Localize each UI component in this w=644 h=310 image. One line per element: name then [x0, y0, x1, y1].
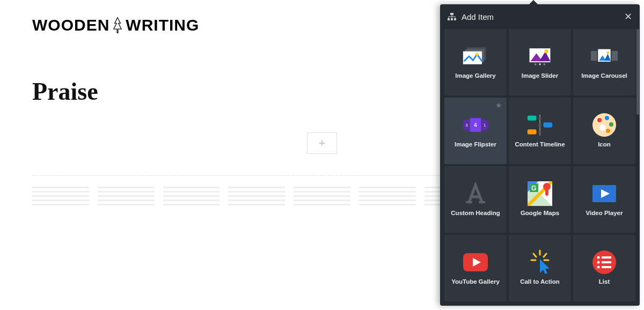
site-logo: WOODEN WRITING	[32, 16, 199, 34]
item-label: Video Player	[586, 210, 623, 216]
svg-rect-0	[450, 13, 453, 15]
add-block-button[interactable]: +	[307, 132, 337, 154]
list-icon	[591, 252, 618, 273]
item-cta[interactable]: Call to Action	[509, 235, 571, 301]
palette-icon	[591, 114, 618, 136]
scrollbar-track[interactable]	[636, 29, 639, 306]
placeholder-col	[163, 187, 220, 208]
panel-grid-wrap: Image GalleryImage SliderImage Carousel★…	[440, 29, 640, 306]
item-carousel[interactable]: Image Carousel	[573, 29, 635, 95]
item-timeline[interactable]: Content Timeline	[509, 98, 571, 164]
svg-point-28	[538, 117, 541, 120]
svg-point-54	[597, 261, 600, 264]
item-slider[interactable]: Image Slider	[509, 29, 571, 95]
svg-text:3: 3	[465, 123, 467, 128]
svg-rect-56	[602, 256, 611, 259]
item-label: Image Carousel	[581, 72, 627, 79]
svg-point-12	[535, 63, 537, 65]
svg-point-35	[597, 118, 602, 122]
panel-header: Add Item ✕	[440, 4, 640, 29]
svg-rect-31	[528, 115, 537, 120]
flipster-icon: 341	[462, 114, 489, 136]
item-palette[interactable]: Icon	[573, 98, 635, 164]
youtube-icon	[462, 252, 489, 273]
timeline-icon	[526, 114, 553, 136]
item-label: Image Gallery	[455, 72, 495, 79]
svg-rect-41	[479, 201, 485, 203]
placeholder-col	[294, 187, 350, 208]
svg-rect-32	[543, 122, 552, 127]
item-maps[interactable]: GGoogle Maps	[509, 166, 571, 233]
svg-point-20	[606, 51, 609, 54]
svg-point-55	[597, 266, 600, 269]
svg-rect-57	[602, 261, 611, 263]
item-label: Image Slider	[522, 72, 558, 79]
svg-point-38	[606, 129, 610, 133]
item-label: Image Flipster	[455, 141, 496, 147]
add-item-panel: Add Item ✕ Image GalleryImage SliderImag…	[440, 4, 640, 306]
logo-text-1: WOODEN	[32, 16, 109, 34]
item-label: Custom Heading	[451, 210, 500, 216]
svg-rect-3	[454, 18, 456, 20]
placeholder-col	[228, 187, 285, 208]
svg-rect-15	[591, 51, 597, 61]
item-label: Call to Action	[520, 278, 560, 285]
cta-icon	[526, 252, 553, 273]
svg-point-11	[544, 49, 548, 53]
svg-rect-1	[448, 18, 450, 20]
item-gallery[interactable]: Image Gallery	[444, 29, 507, 95]
logo-text-2: WRITING	[126, 16, 199, 34]
item-heading[interactable]: Custom Heading	[444, 166, 507, 233]
panel-grid: Image GalleryImage SliderImage Carousel★…	[444, 29, 635, 301]
svg-point-53	[597, 256, 600, 259]
video-icon	[591, 183, 618, 204]
svg-rect-2	[451, 18, 453, 20]
svg-text:1: 1	[484, 123, 486, 128]
item-list[interactable]: List	[573, 235, 635, 301]
maps-icon: G	[526, 183, 553, 204]
scrollbar-thumb[interactable]	[636, 29, 639, 115]
slider-icon	[526, 46, 553, 67]
close-icon[interactable]: ✕	[624, 11, 632, 23]
svg-rect-40	[466, 201, 472, 203]
heading-icon	[462, 183, 489, 204]
svg-point-37	[609, 122, 613, 127]
item-youtube[interactable]: YouTube Gallery	[444, 235, 507, 301]
svg-point-29	[538, 124, 541, 127]
item-label: Icon	[598, 141, 611, 147]
svg-point-39	[599, 124, 606, 131]
svg-point-7	[475, 53, 479, 56]
svg-point-14	[543, 63, 545, 65]
svg-text:G: G	[531, 184, 536, 192]
item-label: YouTube Gallery	[451, 278, 500, 285]
star-icon[interactable]: ★	[495, 101, 502, 109]
item-label: List	[599, 278, 610, 285]
page: WOODEN WRITING About Hire Me Sa Praise +	[0, 0, 644, 310]
tree-icon	[113, 17, 122, 34]
panel-title: Add Item	[462, 12, 619, 21]
svg-rect-58	[602, 266, 611, 268]
item-video[interactable]: Video Player	[573, 166, 635, 233]
item-label: Content Timeline	[515, 141, 565, 147]
svg-point-36	[605, 116, 609, 120]
sitemap-icon	[448, 13, 456, 20]
svg-point-30	[538, 131, 541, 134]
svg-rect-33	[528, 129, 537, 134]
placeholder-col	[359, 187, 416, 208]
svg-point-13	[539, 63, 541, 65]
svg-rect-16	[611, 51, 618, 61]
carousel-icon	[591, 46, 618, 67]
placeholder-col	[98, 187, 155, 208]
placeholder-col	[32, 187, 89, 208]
gallery-icon	[462, 46, 489, 67]
item-flipster[interactable]: ★341Image Flipster	[444, 98, 507, 164]
item-label: Google Maps	[521, 210, 559, 216]
svg-text:4: 4	[474, 122, 477, 128]
